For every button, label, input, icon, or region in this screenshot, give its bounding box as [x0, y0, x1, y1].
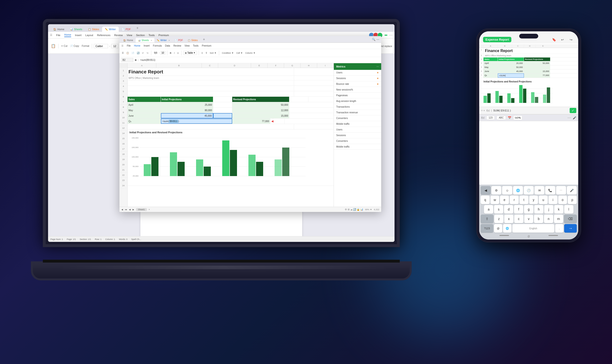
cell-q2-formula[interactable]: =sum(B9:B11): [161, 118, 232, 124]
menu-file[interactable]: File: [56, 34, 60, 37]
col-initial[interactable]: Initial Projections: [161, 97, 213, 102]
tab-home[interactable]: 🏠 Home: [50, 26, 67, 32]
cell-april-initial[interactable]: 25,000: [161, 102, 213, 107]
col-sales[interactable]: Sales: [127, 97, 161, 102]
sheets-menu-review[interactable]: Review: [173, 44, 181, 47]
sheets-menu-view[interactable]: View: [184, 44, 190, 47]
key-o[interactable]: o: [558, 195, 567, 204]
cell-april-label[interactable]: April: [127, 102, 161, 107]
zoom-level[interactable]: 99% ▼: [365, 208, 372, 211]
tab-sheets[interactable]: 📊 Sheets: [67, 26, 85, 32]
sheets-tab-slides[interactable]: 📋 Slides: [185, 38, 200, 42]
sheets-menu-premium[interactable]: Premium: [202, 44, 211, 47]
key-dots[interactable]: ⋯: [556, 186, 566, 195]
key-globe[interactable]: 🌐: [503, 224, 511, 233]
key-smiley[interactable]: ☺: [502, 186, 512, 195]
sort-button[interactable]: Sort ▼: [209, 51, 218, 55]
sheets-menu-data[interactable]: Data: [165, 44, 170, 47]
key-u[interactable]: u: [539, 195, 548, 204]
mic-icon[interactable]: 🎤: [573, 116, 576, 119]
confirm-button[interactable]: ✓: [570, 108, 576, 113]
nav-next[interactable]: ▶: [133, 208, 134, 211]
key-world[interactable]: 🌐: [513, 186, 523, 195]
key-c[interactable]: c: [514, 215, 524, 223]
paste-button[interactable]: 📋: [50, 43, 57, 49]
cell-q2-label[interactable]: Q₂: [127, 118, 161, 124]
key-j[interactable]: j: [544, 205, 554, 214]
sheets-menu-insert[interactable]: Insert: [144, 44, 150, 47]
sheets-tab-sheets[interactable]: 📊 Sheets ×: [136, 38, 154, 42]
key-t[interactable]: t: [519, 195, 529, 204]
sheet-tab-sheet1[interactable]: Sheet1: [136, 208, 147, 211]
key-i[interactable]: i: [548, 195, 557, 204]
key-k[interactable]: k: [554, 205, 563, 214]
table-button[interactable]: ⊞ Table ▼: [183, 51, 197, 55]
sheets-tab-writer[interactable]: ✏️ Writer ×: [154, 38, 172, 42]
data-item-converters[interactable]: Converters: [334, 116, 381, 121]
data-item-transactions[interactable]: Transactions: [334, 104, 381, 110]
calendar-icon[interactable]: 📅: [508, 116, 511, 119]
sheets-tab-pdf[interactable]: 📄 PDF: [172, 38, 185, 42]
key-l[interactable]: l: [564, 205, 573, 214]
more-icon[interactable]: ⋯: [568, 116, 571, 120]
copy-button[interactable]: 📄 Copy: [69, 44, 80, 48]
phone-col-initial[interactable]: Initial Projections: [498, 57, 524, 61]
toolbar-icon-6[interactable]: ↪: [146, 51, 149, 55]
tab-writer[interactable]: ✏️ Writer: [102, 26, 119, 32]
phone-title-cell[interactable]: Finance Report: [484, 48, 555, 54]
cell-april-revised[interactable]: 50,000: [232, 102, 289, 107]
key-f[interactable]: f: [514, 205, 523, 214]
phone-col-revised[interactable]: Revised Projections: [524, 57, 550, 61]
tab-btn[interactable]: tab↹: [513, 116, 522, 120]
abc-mode-btn[interactable]: ABC: [497, 116, 506, 120]
key-v[interactable]: v: [524, 215, 533, 223]
data-item-new-sessions[interactable]: New sessions%: [334, 87, 381, 93]
cell-may-initial[interactable]: 80,000: [161, 108, 213, 113]
key-mail[interactable]: ✉: [534, 186, 544, 195]
key-x[interactable]: x: [504, 215, 514, 223]
sheets-menu-home[interactable]: Home: [134, 44, 140, 47]
font-name[interactable]: Calibri: [94, 44, 108, 48]
toolbar-icon-3[interactable]: 📄: [131, 51, 135, 55]
phone-subtitle-cell[interactable]: WPS Office Marketing team: [484, 54, 513, 57]
key-space[interactable]: English: [512, 224, 555, 233]
cell-may-label[interactable]: May: [127, 108, 161, 113]
key-backspace[interactable]: ⌫: [564, 215, 577, 223]
key-n[interactable]: n: [544, 215, 553, 223]
format-button[interactable]: Format: [81, 44, 90, 48]
data-item-sessions[interactable]: Sessions★: [334, 76, 381, 81]
sum-button[interactable]: Σ: [201, 51, 204, 55]
undo-icon[interactable]: ↩: [559, 36, 566, 43]
key-dot[interactable]: .: [555, 224, 563, 233]
sheets-tab-home[interactable]: 🏠 Home: [121, 38, 136, 42]
key-w[interactable]: w: [490, 195, 500, 204]
sheets-menu-file[interactable]: File: [127, 44, 131, 47]
col-revised[interactable]: Revised Projections: [232, 97, 289, 102]
key-shift[interactable]: ⇧: [481, 215, 493, 223]
data-item-pageviews[interactable]: Pageviews: [334, 93, 381, 98]
menu-insert[interactable]: Insert: [75, 34, 82, 37]
cut-button[interactable]: ✂ Cut: [60, 44, 68, 48]
key-enter[interactable]: →: [564, 224, 577, 233]
data-item-mobile[interactable]: Mobile traffic: [334, 121, 381, 127]
phone-formula-text[interactable]: SUM( E9:E11 ): [493, 109, 568, 112]
data-item-transaction-revenue[interactable]: Transaction revenue: [334, 110, 381, 116]
bookmark-icon[interactable]: 🔖: [551, 36, 557, 43]
condition-button[interactable]: Condition ▼: [221, 51, 234, 55]
key-b[interactable]: b: [534, 215, 543, 223]
nav-prev2[interactable]: ◀: [129, 208, 131, 211]
calc-button[interactable]: Cell ▼: [235, 51, 244, 55]
sheets-italic[interactable]: I: [173, 51, 176, 55]
toolbar-icon-5[interactable]: ↩: [141, 51, 145, 55]
search-icon[interactable]: 🔍: [372, 38, 376, 41]
cell-june-initial[interactable]: 45,000: [161, 113, 213, 118]
data-item-converters-2[interactable]: Converters: [334, 138, 381, 144]
phone-col-sales[interactable]: Sales: [484, 57, 498, 61]
key-gear[interactable]: ⚙: [491, 186, 501, 195]
nav-first[interactable]: ⏮: [125, 208, 127, 211]
key-at[interactable]: @: [494, 224, 502, 233]
sheets-bold[interactable]: B: [169, 51, 172, 55]
key-back[interactable]: ◀: [481, 186, 491, 195]
expand-formula-icon[interactable]: ⊕: [135, 59, 137, 61]
key-q[interactable]: q: [481, 195, 490, 204]
